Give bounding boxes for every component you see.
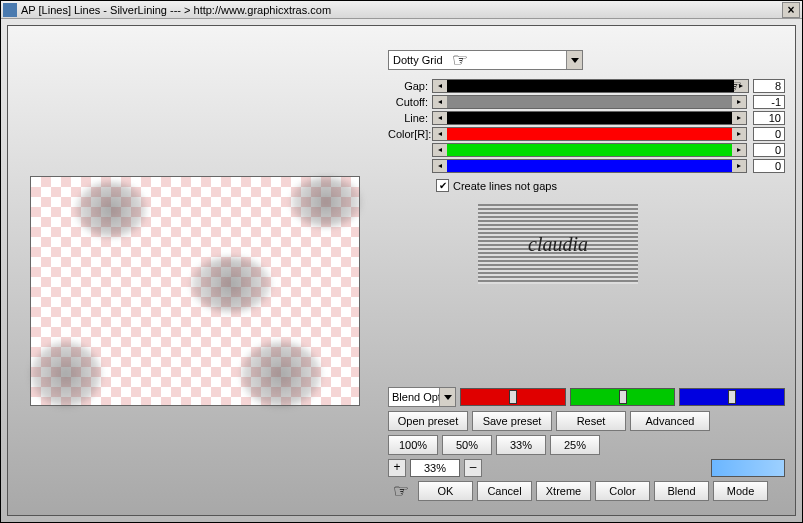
zoom-in-button[interactable]: + <box>388 459 406 477</box>
gap-slider-row: Gap: ◂ ▸ ☞ <box>388 78 785 93</box>
color-g-slider-row: ◂ ▸ <box>388 142 785 157</box>
zoom-out-button[interactable]: – <box>464 459 482 477</box>
color-r-slider[interactable]: ◂ ▸ <box>432 127 747 141</box>
plugin-window: AP [Lines] Lines - SilverLining --- > ht… <box>0 0 803 523</box>
preset-dropdown[interactable]: Dotty Grid ☞ <box>388 50 583 70</box>
brand-logo: claudia <box>478 204 638 284</box>
blend-button[interactable]: Blend <box>654 481 709 501</box>
arrow-right-icon[interactable]: ▸ <box>732 160 746 172</box>
content-area: Dotty Grid ☞ Gap: ◂ ▸ ☞ Cutoff: <box>7 25 796 516</box>
chevron-down-icon <box>439 388 455 406</box>
titlebar: AP [Lines] Lines - SilverLining --- > ht… <box>1 1 802 19</box>
rgb-blue-slider[interactable] <box>679 388 785 406</box>
preset-dropdown-value: Dotty Grid <box>393 54 443 66</box>
line-slider-row: Line: ◂ ▸ <box>388 110 785 125</box>
slider-thumb[interactable] <box>619 390 627 404</box>
cutoff-value[interactable] <box>753 95 785 109</box>
color-button[interactable]: Color <box>595 481 650 501</box>
close-button[interactable]: × <box>782 2 800 18</box>
chevron-down-icon <box>566 51 582 69</box>
arrow-left-icon[interactable]: ◂ <box>433 128 447 140</box>
arrow-right-icon[interactable]: ▸ <box>732 112 746 124</box>
arrow-left-icon[interactable]: ◂ <box>433 80 447 92</box>
zoom-33-button[interactable]: 33% <box>496 435 546 455</box>
line-value[interactable] <box>753 111 785 125</box>
xtreme-button[interactable]: Xtreme <box>536 481 591 501</box>
pointer-hand-icon: ☞ <box>447 51 473 69</box>
bottom-controls: Blend Options Open preset Save preset Re… <box>388 387 785 505</box>
cancel-button[interactable]: Cancel <box>477 481 532 501</box>
preview-image <box>31 177 359 405</box>
create-lines-label: Create lines not gaps <box>453 180 557 192</box>
slider-thumb[interactable] <box>509 390 517 404</box>
color-r-slider-row: Color[R]: ◂ ▸ <box>388 126 785 141</box>
color-b-slider-row: ◂ ▸ <box>388 158 785 173</box>
rgb-green-slider[interactable] <box>570 388 676 406</box>
mode-button[interactable]: Mode <box>713 481 768 501</box>
line-slider[interactable]: ◂ ▸ <box>432 111 747 125</box>
reset-button[interactable]: Reset <box>556 411 626 431</box>
gap-slider[interactable]: ◂ ▸ <box>432 79 749 93</box>
advanced-button[interactable]: Advanced <box>630 411 710 431</box>
color-b-value[interactable] <box>753 159 785 173</box>
pointer-hand-icon: ☞ <box>388 482 414 500</box>
save-preset-button[interactable]: Save preset <box>472 411 552 431</box>
blend-mode-dropdown[interactable]: Blend Options <box>388 387 456 407</box>
preview-pane <box>30 176 360 406</box>
arrow-left-icon[interactable]: ◂ <box>433 144 447 156</box>
zoom-25-button[interactable]: 25% <box>550 435 600 455</box>
slider-thumb[interactable] <box>728 390 736 404</box>
arrow-left-icon[interactable]: ◂ <box>433 160 447 172</box>
zoom-100-button[interactable]: 100% <box>388 435 438 455</box>
color-g-slider[interactable]: ◂ ▸ <box>432 143 747 157</box>
arrow-right-icon[interactable]: ▸ <box>732 128 746 140</box>
logo-text: claudia <box>528 233 588 256</box>
zoom-50-button[interactable]: 50% <box>442 435 492 455</box>
zoom-value[interactable]: 33% <box>410 459 460 477</box>
create-lines-checkbox-row: ✔ Create lines not gaps <box>436 179 785 192</box>
open-preset-button[interactable]: Open preset <box>388 411 468 431</box>
color-g-value[interactable] <box>753 143 785 157</box>
color-r-value[interactable] <box>753 127 785 141</box>
pointer-hand-icon: ☞ <box>721 77 747 95</box>
create-lines-checkbox[interactable]: ✔ <box>436 179 449 192</box>
close-icon: × <box>787 3 794 17</box>
gap-value[interactable] <box>753 79 785 93</box>
arrow-left-icon[interactable]: ◂ <box>433 112 447 124</box>
color-swatch[interactable] <box>711 459 785 477</box>
ok-button[interactable]: OK <box>418 481 473 501</box>
color-b-slider[interactable]: ◂ ▸ <box>432 159 747 173</box>
color-r-label: Color[R]: <box>388 128 432 140</box>
app-icon <box>3 3 17 17</box>
gap-label: Gap: <box>388 80 432 92</box>
cutoff-slider[interactable]: ◂ ▸ <box>432 95 747 109</box>
window-title: AP [Lines] Lines - SilverLining --- > ht… <box>21 4 782 16</box>
cutoff-slider-row: Cutoff: ◂ ▸ <box>388 94 785 109</box>
arrow-right-icon[interactable]: ▸ <box>732 144 746 156</box>
line-label: Line: <box>388 112 432 124</box>
arrow-left-icon[interactable]: ◂ <box>433 96 447 108</box>
cutoff-label: Cutoff: <box>388 96 432 108</box>
rgb-red-slider[interactable] <box>460 388 566 406</box>
arrow-right-icon[interactable]: ▸ <box>732 96 746 108</box>
controls-panel: Dotty Grid ☞ Gap: ◂ ▸ ☞ Cutoff: <box>388 50 785 284</box>
